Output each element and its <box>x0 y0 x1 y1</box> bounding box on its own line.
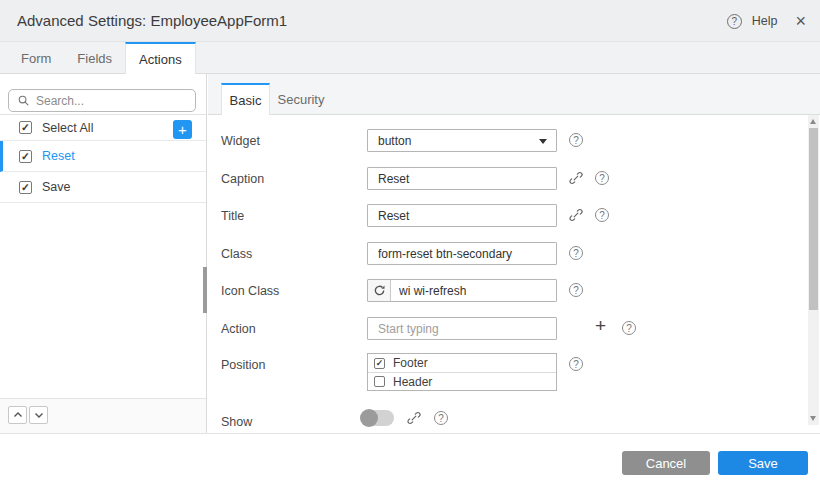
panel-tab-bar: Basic Security <box>208 74 820 115</box>
icon-class-help-icon[interactable] <box>569 283 583 297</box>
header-checkbox[interactable] <box>374 376 385 387</box>
title-label: Title <box>221 209 244 223</box>
toggle-knob-icon <box>360 409 378 427</box>
basic-settings-form: Widget button Caption Title <box>208 115 820 433</box>
caption-input[interactable] <box>367 167 557 190</box>
dialog-footer: Cancel Save <box>0 433 820 491</box>
title-input[interactable] <box>367 204 557 227</box>
tab-form[interactable]: Form <box>8 42 64 74</box>
titlebar-actions: Help <box>727 0 806 42</box>
position-options: Footer Header <box>367 353 557 391</box>
widget-field-row: Widget button <box>208 129 820 152</box>
refresh-icon <box>373 284 386 297</box>
sidebar-search-area <box>0 74 206 115</box>
widget-select-value: button <box>378 134 411 148</box>
show-help-icon[interactable] <box>434 411 448 425</box>
select-all-checkbox[interactable] <box>19 121 32 134</box>
position-option-footer[interactable]: Footer <box>368 354 556 372</box>
actions-sidebar: Select All Reset Save <box>0 74 207 433</box>
show-toggle[interactable] <box>361 410 394 426</box>
help-icon[interactable] <box>727 14 742 29</box>
save-button[interactable]: Save <box>718 451 808 475</box>
show-control <box>361 410 448 426</box>
sidebar-reorder-bar <box>0 398 206 433</box>
caption-bind-link-icon[interactable] <box>569 171 583 185</box>
tab-basic[interactable]: Basic <box>221 83 270 116</box>
dialog-body: Select All Reset Save <box>0 74 820 433</box>
scrollbar-thumb[interactable] <box>809 128 818 310</box>
title-bar: Advanced Settings: EmployeeAppForm1 Help <box>0 0 820 42</box>
show-label: Show <box>221 415 252 429</box>
help-link[interactable]: Help <box>752 14 778 28</box>
settings-panel: Basic Security Widget button Caption <box>208 74 820 433</box>
action-label: Action <box>221 322 256 336</box>
save-checkbox[interactable] <box>19 181 32 194</box>
position-option-header[interactable]: Header <box>368 372 556 390</box>
dialog-title: Advanced Settings: EmployeeAppForm1 <box>17 12 287 29</box>
chevron-down-icon <box>33 409 45 421</box>
scroll-up-icon[interactable] <box>810 119 816 124</box>
close-icon[interactable] <box>795 12 806 30</box>
icon-class-control <box>367 279 557 302</box>
advanced-settings-dialog: Advanced Settings: EmployeeAppForm1 Help… <box>0 0 820 491</box>
title-bind-link-icon[interactable] <box>569 208 583 222</box>
widget-help-icon[interactable] <box>569 133 583 147</box>
move-down-button[interactable] <box>29 406 48 424</box>
select-all-label: Select All <box>42 121 93 135</box>
title-help-icon[interactable] <box>595 208 609 222</box>
class-help-icon[interactable] <box>569 246 583 260</box>
chevron-up-icon <box>12 409 24 421</box>
reset-item-label: Reset <box>42 149 75 163</box>
icon-class-label: Icon Class <box>221 284 279 298</box>
reset-checkbox[interactable] <box>19 150 32 163</box>
sidebar-item-reset[interactable]: Reset <box>0 141 206 172</box>
add-action-handler-icon[interactable] <box>595 319 606 333</box>
class-input[interactable] <box>367 242 557 265</box>
scroll-down-icon[interactable] <box>810 416 816 421</box>
tab-fields[interactable]: Fields <box>64 42 125 74</box>
footer-checkbox[interactable] <box>374 358 385 369</box>
position-help-icon[interactable] <box>569 357 583 371</box>
action-input[interactable] <box>367 317 557 340</box>
caption-label: Caption <box>221 172 264 186</box>
icon-class-input[interactable] <box>391 280 556 301</box>
sidebar-item-save[interactable]: Save <box>0 172 206 203</box>
icon-preview-button[interactable] <box>368 280 391 301</box>
dropdown-caret-icon <box>539 139 547 144</box>
dialog-tab-bar: Form Fields Actions <box>0 42 820 74</box>
show-bind-link-icon[interactable] <box>407 411 421 425</box>
widget-label: Widget <box>221 134 260 148</box>
widget-select[interactable]: button <box>367 129 557 152</box>
caption-help-icon[interactable] <box>595 171 609 185</box>
save-item-label: Save <box>42 180 71 194</box>
tab-security[interactable]: Security <box>270 84 332 115</box>
search-box[interactable] <box>8 89 196 112</box>
panel-scrollbar[interactable] <box>808 115 819 425</box>
footer-option-label: Footer <box>393 356 428 370</box>
add-action-button[interactable] <box>173 120 192 139</box>
position-label: Position <box>221 358 265 372</box>
class-label: Class <box>221 247 252 261</box>
action-help-icon[interactable] <box>622 321 636 335</box>
search-icon <box>17 94 30 107</box>
move-up-button[interactable] <box>8 406 27 424</box>
tab-actions[interactable]: Actions <box>125 42 196 75</box>
header-option-label: Header <box>393 375 432 389</box>
sidebar-resize-handle[interactable] <box>203 267 207 313</box>
search-input[interactable] <box>36 94 187 108</box>
cancel-button[interactable]: Cancel <box>622 451 710 475</box>
